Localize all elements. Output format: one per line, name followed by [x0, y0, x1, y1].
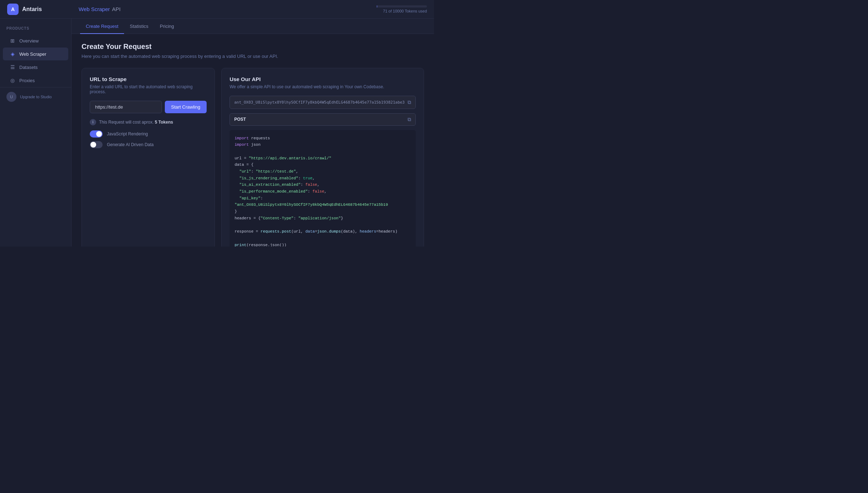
header-title-web: Web Scraper: [79, 6, 110, 12]
header-title: Web Scraper API: [79, 6, 377, 12]
token-cost-text: This Request will cost aprox. 5 Tokens: [99, 120, 173, 125]
url-input[interactable]: [90, 101, 162, 113]
sidebar-item-label-web-scraper: Web Scraper: [19, 51, 46, 57]
sidebar-item-datasets[interactable]: ☰ Datasets: [3, 61, 68, 74]
sidebar-section-products: PRODUCTS: [0, 24, 71, 34]
token-info-row: ℹ This Request will cost aprox. 5 Tokens: [90, 119, 207, 125]
api-card-subtitle: We offer a simple API to use our automat…: [230, 84, 416, 89]
url-card: URL to Scrape Enter a valid URL to start…: [82, 68, 215, 247]
sidebar-item-overview[interactable]: ⊞ Overview: [3, 34, 68, 47]
toggle-knob-ai: [90, 142, 96, 148]
ai-data-toggle-row: Generate AI Driven Data: [90, 141, 207, 148]
sidebar-item-label-proxies: Proxies: [19, 78, 35, 83]
user-upgrade-label[interactable]: Upgrade to Studio: [20, 95, 52, 99]
js-rendering-label: JavaScript Rendering: [107, 131, 148, 136]
page-subtitle: Here you can start the automated web scr…: [82, 53, 424, 60]
sidebar-item-label-datasets: Datasets: [19, 65, 38, 70]
ai-data-toggle[interactable]: [90, 141, 103, 148]
url-card-title: URL to Scrape: [90, 76, 207, 82]
logo-area: A Antaris: [7, 4, 79, 15]
info-icon: ℹ: [90, 119, 96, 125]
header-title-api: API: [112, 6, 120, 12]
token-progress-bar: [377, 5, 427, 8]
sidebar-item-proxies[interactable]: ◎ Proxies: [3, 74, 68, 87]
js-rendering-toggle-row: JavaScript Rendering: [90, 130, 207, 138]
web-scraper-icon: ◈: [9, 51, 16, 57]
app-body: PRODUCTS ⊞ Overview ◈ Web Scraper ☰ Data…: [0, 19, 434, 246]
toggle-knob: [96, 131, 102, 137]
api-card-title: Use Our API: [230, 76, 416, 82]
sidebar-item-label-overview: Overview: [19, 38, 39, 44]
url-input-row: Start Crawling: [90, 101, 207, 113]
method-row: POST ⧉: [230, 113, 416, 126]
sidebar-bottom: U Upgrade to Studio: [0, 87, 71, 106]
page-title: Create Your Request: [82, 43, 424, 51]
token-cost-amount: 5 Tokens: [155, 120, 173, 125]
method-label: POST: [234, 117, 246, 122]
app-name: Antaris: [22, 6, 42, 13]
js-rendering-toggle[interactable]: [90, 130, 103, 138]
proxies-icon: ◎: [9, 77, 16, 84]
api-card: Use Our API We offer a simple API to use…: [221, 68, 424, 247]
tab-statistics[interactable]: Statistics: [124, 19, 154, 34]
start-crawling-button[interactable]: Start Crawling: [165, 101, 207, 113]
logo-icon: A: [7, 4, 19, 15]
two-col-layout: URL to Scrape Enter a valid URL to start…: [82, 68, 424, 247]
token-label: 71 of 10000 Tokens used: [383, 9, 427, 13]
datasets-icon: ☰: [9, 64, 16, 70]
main-content: Create Request Statistics Pricing Create…: [71, 19, 434, 246]
tab-pricing[interactable]: Pricing: [154, 19, 180, 34]
tabs-bar: Create Request Statistics Pricing: [71, 19, 434, 34]
token-area: 71 of 10000 Tokens used: [377, 5, 427, 13]
overview-icon: ⊞: [9, 38, 16, 44]
code-block: import requests import json url = "https…: [230, 130, 416, 247]
url-card-subtitle: Enter a valid URL to start the automated…: [90, 84, 207, 94]
tab-create-request[interactable]: Create Request: [80, 19, 124, 34]
app-header: A Antaris Web Scraper API 71 of 10000 To…: [0, 0, 434, 19]
sidebar: PRODUCTS ⊞ Overview ◈ Web Scraper ☰ Data…: [0, 19, 71, 246]
sidebar-item-web-scraper[interactable]: ◈ Web Scraper: [3, 48, 68, 60]
avatar: U: [6, 92, 16, 102]
page-content: Create Your Request Here you can start t…: [71, 34, 434, 246]
ai-data-label: Generate AI Driven Data: [107, 142, 154, 147]
copy-method-icon[interactable]: ⧉: [408, 116, 411, 123]
api-key-row: ant_OX03_U8iSlpytx8Y0lhySOCfIF7y8kbQ4W5q…: [230, 96, 416, 109]
api-key-value: ant_OX03_U8iSlpytx8Y0lhySOCfIF7y8kbQ4W5q…: [234, 100, 405, 105]
token-progress-fill: [377, 5, 377, 8]
copy-api-key-icon[interactable]: ⧉: [408, 99, 411, 105]
